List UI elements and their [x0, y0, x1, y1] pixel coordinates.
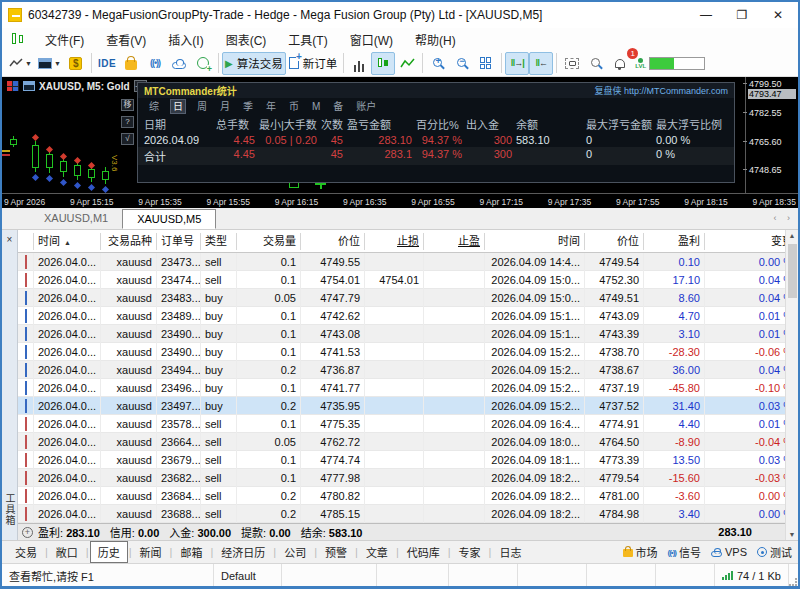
bar-chart-button[interactable] [347, 52, 371, 75]
chart-area[interactable]: XAUUSD, M5: Gold — 移?√ V3.6 MTCommander统… [2, 77, 798, 208]
panel-tab[interactable]: 综 [147, 100, 161, 113]
bottom-vps-button[interactable]: VPS [711, 546, 747, 558]
panel-tab[interactable]: 账户 [354, 100, 378, 113]
toolbox-tab[interactable]: 新闻 [133, 542, 169, 562]
auto-scroll-button[interactable]: ‖→| [505, 52, 529, 75]
symbols-button[interactable]: $ [64, 52, 88, 75]
toolbox-tab[interactable]: 文章 [359, 542, 395, 562]
panel-tab[interactable]: 备 [331, 100, 345, 113]
panel-tab[interactable]: M [310, 100, 322, 113]
scroll-up-icon[interactable]: ▲ [789, 232, 796, 239]
minimize-button[interactable]: — [688, 4, 724, 26]
toolbox-close-button[interactable]: × [7, 234, 13, 245]
toolbox-tab[interactable]: 经济日历 [214, 542, 272, 562]
expand-icon[interactable]: + [22, 527, 33, 538]
line-chart-button[interactable] [395, 52, 419, 75]
tile-windows-button[interactable] [474, 52, 498, 75]
signals-button[interactable]: ((•)) [143, 52, 167, 75]
table-row[interactable]: 2026.04.0...xauusd23578...sell0.14775.35… [18, 415, 798, 433]
market-button[interactable] [119, 52, 143, 75]
column-header[interactable]: 订单号 [157, 233, 201, 250]
tab-nav-arrows[interactable]: ‹ › [774, 213, 795, 223]
table-row[interactable]: 2026.04.0...xauusd23483...buy0.054747.79… [18, 289, 798, 307]
table-row[interactable]: 2026.04.0...xauusd23664...sell0.054762.7… [18, 433, 798, 451]
menu-item[interactable]: 查看(V) [95, 29, 157, 50]
menu-item[interactable]: 窗口(W) [339, 29, 404, 50]
one-click-trading-icon[interactable] [23, 81, 35, 91]
panel-tab[interactable]: 月 [218, 100, 232, 113]
table-row[interactable]: 2026.04.0...xauusd23496...buy0.14741.772… [18, 379, 798, 397]
lvl-button[interactable]: LVL [632, 52, 708, 75]
column-header[interactable]: 交易量 [237, 233, 301, 250]
table-row[interactable]: 2026.04.0...xauusd23490...buy0.14741.532… [18, 343, 798, 361]
column-header[interactable]: 时间 [485, 233, 585, 250]
table-row[interactable]: 2026.04.0...xauusd23682...sell0.14777.98… [18, 469, 798, 487]
chart-shift-button[interactable]: ‖← [529, 52, 553, 75]
notifications-button[interactable]: 1 [608, 52, 632, 75]
scroll-down-icon[interactable]: ▼ [789, 531, 796, 538]
panel-tab[interactable]: 日 [170, 99, 186, 114]
table-row[interactable]: 2026.04.0...xauusd23497...buy0.24735.952… [18, 397, 798, 415]
column-header[interactable]: 价位 [585, 233, 644, 250]
menu-item[interactable]: 插入(I) [157, 29, 214, 50]
panel-tab[interactable]: 币 [287, 100, 301, 113]
profiles-button[interactable]: ▼ [35, 52, 64, 75]
panel-side-button[interactable]: 移 [121, 99, 134, 111]
table-row[interactable]: 2026.04.0...xauusd23684...sell0.24780.82… [18, 487, 798, 505]
menu-item[interactable]: 图表(C) [215, 29, 278, 50]
menu-item[interactable]: 工具(T) [277, 29, 338, 50]
new-order-button[interactable]: 新订单 [286, 52, 341, 75]
status-profile[interactable]: Default [214, 564, 282, 587]
zoom-in-button[interactable]: + [426, 52, 450, 75]
column-header[interactable]: 止盈 [424, 233, 485, 250]
chart-tab[interactable]: XAUUSD,M5 [122, 209, 216, 229]
column-header[interactable]: 止损 [365, 233, 424, 250]
table-row[interactable]: 2026.04.0...xauusd23494...buy0.24736.872… [18, 361, 798, 379]
column-header[interactable]: 时间▲ [34, 233, 101, 250]
toolbox-tab[interactable]: 历史 [90, 541, 128, 563]
bottom-signal-button[interactable]: ((•))信号 [668, 544, 701, 560]
table-row[interactable]: 2026.04.0...xauusd23679...sell0.14774.74… [18, 451, 798, 469]
bottom-market-button[interactable]: 市场 [623, 544, 658, 560]
toolbox-tab[interactable]: 公司 [277, 542, 313, 562]
menu-item[interactable]: 帮助(H) [404, 29, 467, 50]
community-button[interactable] [191, 52, 215, 75]
candlestick-button[interactable] [371, 52, 395, 75]
new-chart-button[interactable]: ▼ [6, 52, 35, 75]
toolbox-tab[interactable]: 代码库 [400, 542, 447, 562]
panel-tab[interactable]: 年 [264, 100, 278, 113]
column-header[interactable]: 盈利 [644, 233, 705, 250]
metaeditor-button[interactable]: IDE [95, 52, 119, 75]
table-row[interactable]: 2026.04.0...xauusd23474...sell0.14754.01… [18, 271, 798, 289]
maximize-button[interactable]: ❐ [724, 4, 760, 26]
toolbox-tab[interactable]: 日志 [492, 542, 528, 562]
screenshot-button[interactable] [560, 52, 584, 75]
toolbox-tab[interactable]: 邮箱 [173, 542, 209, 562]
vertical-scrollbar[interactable]: ▲ ▼ [785, 230, 798, 540]
chart-tab[interactable]: XAUUSD,M1 [30, 209, 122, 229]
table-row[interactable]: 2026.04.0...xauusd23473...sell0.14749.55… [18, 253, 798, 271]
depth-of-market-icon[interactable] [7, 81, 19, 91]
toolbox-tab[interactable]: 敞口 [49, 542, 85, 562]
scrollbar-thumb[interactable] [788, 244, 797, 298]
table-row[interactable]: 2026.04.0...xauusd23489...buy0.14742.622… [18, 307, 798, 325]
toolbox-tab[interactable]: 交易 [8, 542, 44, 562]
toolbox-tab[interactable]: 专家 [452, 542, 488, 562]
toolbox-tab[interactable]: 预警 [318, 542, 354, 562]
panel-tab[interactable]: 周 [195, 100, 209, 113]
search-button[interactable] [584, 52, 608, 75]
column-header[interactable]: 价位 [301, 233, 365, 250]
close-button[interactable]: ✕ [760, 4, 796, 26]
panel-tab[interactable]: 季 [241, 100, 255, 113]
column-header[interactable]: 类型 [201, 233, 237, 250]
algo-trading-button[interactable]: ▶ 算法交易 [222, 52, 286, 75]
zoom-out-button[interactable]: − [450, 52, 474, 75]
column-header[interactable]: 交易品种 [101, 233, 157, 250]
cloud-button[interactable] [167, 52, 191, 75]
bottom-test-button[interactable]: 测试 [757, 544, 792, 560]
resize-grip[interactable] [789, 578, 797, 586]
table-row[interactable]: 2026.04.0...xauusd23688...sell0.24785.15… [18, 505, 798, 523]
table-row[interactable]: 2026.04.0...xauusd23490...buy0.14743.082… [18, 325, 798, 343]
panel-brand-link[interactable]: 复盘侠 http://MTCommander.com [594, 84, 728, 97]
panel-side-button[interactable]: ? [121, 116, 134, 128]
